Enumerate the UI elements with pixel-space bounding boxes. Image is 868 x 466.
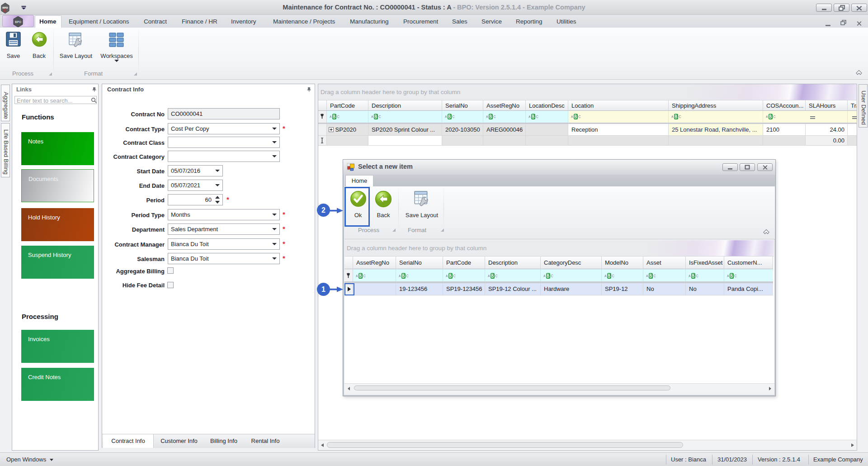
svg-text:BPO: BPO bbox=[15, 20, 21, 24]
